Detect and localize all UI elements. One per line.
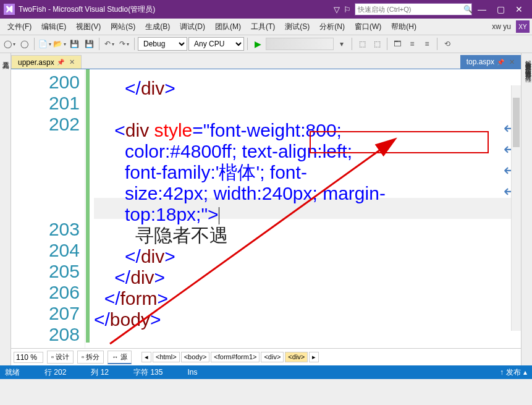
user-name[interactable]: xw yu	[492, 22, 511, 31]
bc-nav-right[interactable]: ▸	[309, 352, 319, 362]
menu-view[interactable]: 视图(V)	[71, 20, 106, 33]
menu-window[interactable]: 窗口(W)	[350, 20, 386, 33]
new-project-button[interactable]: 📄	[38, 37, 51, 51]
right-tool-tabs[interactable]: 解决方案资源管理器 团队资源管理器 属性	[521, 53, 532, 365]
quick-launch-input[interactable]	[355, 3, 472, 15]
bc-body[interactable]: <body>	[181, 352, 210, 362]
save-button[interactable]: 💾	[67, 37, 81, 51]
menu-tools[interactable]: 工具(T)	[246, 20, 280, 33]
menu-website[interactable]: 网站(S)	[106, 20, 140, 33]
bc-form[interactable]: <form#form1>	[211, 352, 260, 362]
tb-misc-5[interactable]: ≡	[420, 37, 434, 51]
publish-button[interactable]: ↑ 发布 ▴	[500, 367, 527, 378]
tb-misc-6[interactable]: ⟲	[441, 37, 454, 51]
save-all-button[interactable]: 💾	[82, 37, 96, 51]
start-debug-button[interactable]: ▶	[251, 37, 264, 51]
pin-icon[interactable]: 📌	[57, 59, 64, 66]
status-ready: 就绪	[5, 367, 20, 378]
close-tab-icon[interactable]: ✕	[69, 58, 75, 66]
bc-html[interactable]: <html>	[153, 352, 180, 362]
tb-misc-2[interactable]: ⬚	[370, 37, 384, 51]
tab-upper-aspx[interactable]: upper.aspx 📌 ✕	[11, 55, 82, 69]
tb-misc-1[interactable]: ⬚	[355, 37, 369, 51]
feedback-icon[interactable]: ⚐	[344, 5, 351, 14]
bc-div2[interactable]: <div>	[285, 352, 308, 362]
document-tabs: upper.aspx 📌 ✕ top.aspx 📌 ✕	[11, 53, 521, 69]
editor: upper.aspx 📌 ✕ top.aspx 📌 ✕ 200 201 202 …	[11, 53, 521, 365]
search-icon[interactable]: 🔍	[463, 5, 473, 14]
editor-bottom-bar: 110 % ▫ 设计 ▫ 拆分 ↔ 源 ◂ <html> <body> <for…	[11, 348, 521, 365]
status-char: 字符 135	[133, 367, 163, 378]
tb-dropdown-icon[interactable]: ▾	[335, 37, 348, 51]
nav-fwd-button[interactable]: ◯	[17, 37, 31, 51]
browser-target[interactable]	[266, 38, 334, 50]
close-button[interactable]: ✕	[510, 4, 528, 14]
work-area: 工具箱 upper.aspx 📌 ✕ top.aspx 📌 ✕ 200 201 …	[0, 53, 532, 365]
undo-button[interactable]: ↶	[103, 37, 116, 51]
change-indicator	[85, 69, 90, 348]
tab-top-aspx[interactable]: top.aspx 📌 ✕	[460, 55, 521, 69]
status-bar: 就绪 行 202 列 12 字符 135 Ins ↑ 发布 ▴	[0, 365, 532, 379]
view-split[interactable]: ▫ 拆分	[77, 351, 104, 364]
code-text[interactable]: </div> <div style="font-weight:800;↩ col…	[90, 69, 521, 348]
menu-analyze[interactable]: 分析(N)	[315, 20, 350, 33]
line-numbers: 200 201 202 203 204 205 206 207 208	[11, 69, 85, 348]
status-ins: Ins	[187, 368, 197, 377]
menu-team[interactable]: 团队(M)	[210, 20, 246, 33]
tb-misc-4[interactable]: ≡	[405, 37, 419, 51]
vertical-scrollbar[interactable]	[511, 85, 521, 331]
notification-icon[interactable]: ▽	[334, 5, 340, 14]
menu-help[interactable]: 帮助(H)	[386, 20, 421, 33]
bc-nav-left[interactable]: ◂	[141, 352, 151, 362]
status-line: 行 202	[44, 367, 66, 378]
tag-breadcrumb: ◂ <html> <body> <form#form1> <div> <div>…	[141, 352, 319, 362]
zoom-level[interactable]: 110 %	[14, 352, 43, 363]
menu-build[interactable]: 生成(B)	[140, 20, 175, 33]
toolbox-panel-tab[interactable]: 工具箱	[0, 53, 11, 365]
toolbar: ◯ ◯ 📄 📂 💾 💾 ↶ ↷ Debug Any CPU ▶ ▾ ⬚ ⬚ 🗔 …	[0, 35, 532, 53]
open-file-button[interactable]: 📂	[53, 37, 66, 51]
menu-test[interactable]: 测试(S)	[280, 20, 315, 33]
title-bar: TwoFish - Microsoft Visual Studio(管理员) ▽…	[0, 0, 532, 19]
status-col: 列 12	[91, 367, 109, 378]
code-editor[interactable]: 200 201 202 203 204 205 206 207 208 </di…	[11, 69, 521, 348]
tab-label: upper.aspx	[18, 58, 54, 67]
bc-div1[interactable]: <div>	[261, 352, 284, 362]
view-source[interactable]: ↔ 源	[108, 351, 132, 364]
pin-icon[interactable]: 📌	[497, 59, 504, 66]
redo-button[interactable]: ↷	[117, 37, 131, 51]
window-title: TwoFish - Microsoft Visual Studio(管理员)	[19, 4, 334, 15]
view-design[interactable]: ▫ 设计	[47, 351, 74, 364]
config-dropdown[interactable]: Debug	[138, 37, 187, 51]
menu-debug[interactable]: 调试(D)	[175, 20, 210, 33]
nav-back-button[interactable]: ◯	[2, 37, 16, 51]
vs-logo-icon	[4, 4, 15, 15]
maximize-button[interactable]: ▢	[491, 4, 510, 14]
menu-file[interactable]: 文件(F)	[2, 20, 36, 33]
minimize-button[interactable]: —	[473, 4, 491, 14]
user-badge[interactable]: XY	[516, 20, 530, 33]
close-tab-icon[interactable]: ✕	[509, 58, 515, 66]
tab-label: top.aspx	[467, 58, 494, 66]
menu-edit[interactable]: 编辑(E)	[36, 20, 71, 33]
menu-bar: 文件(F) 编辑(E) 视图(V) 网站(S) 生成(B) 调试(D) 团队(M…	[0, 19, 532, 35]
platform-dropdown[interactable]: Any CPU	[188, 37, 244, 51]
tb-misc-3[interactable]: 🗔	[391, 37, 404, 51]
